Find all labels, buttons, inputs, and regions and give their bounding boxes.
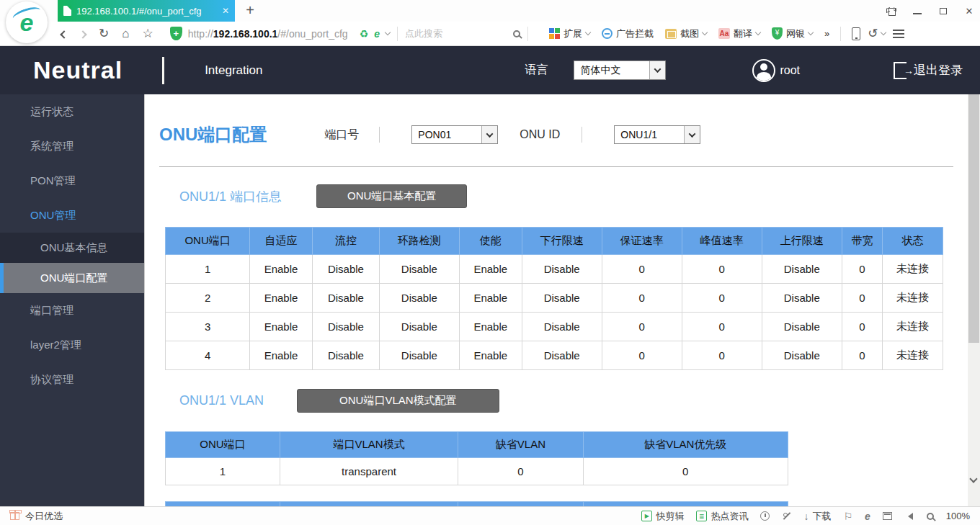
history-button[interactable] (760, 511, 770, 521)
extensions-grid-icon (549, 28, 560, 39)
forward-icon[interactable] (80, 27, 86, 40)
chevron-down-icon (755, 30, 761, 35)
site-header: Neutral Integration 语言 简体中文 root 退出登录 (0, 46, 980, 94)
table-cell: 0 (842, 255, 882, 284)
screenshot-button[interactable]: 截图 (665, 27, 707, 40)
window-layout-button[interactable] (883, 512, 892, 520)
divider (582, 127, 582, 143)
mute-button[interactable] (904, 513, 914, 520)
phone-icon (852, 27, 860, 40)
sidebar-item-onu-mgmt[interactable]: ONU管理 (0, 198, 144, 233)
close-button[interactable]: ✕ (964, 6, 974, 16)
pon-port-select[interactable]: PON01 (411, 125, 498, 144)
banking-button[interactable]: ¥ 网银 (772, 27, 813, 40)
column-header: 状态 (883, 228, 943, 255)
back-icon[interactable] (61, 27, 67, 40)
table-cell: Enable (459, 255, 522, 284)
home-icon[interactable]: ⌂ (122, 27, 129, 41)
column-header: 下行限速 (522, 228, 602, 255)
flag-icon: ⚐ (843, 511, 852, 522)
favorites-star-icon[interactable]: ☆ (143, 26, 153, 41)
pin-icon (782, 511, 791, 521)
chevron-down-icon (881, 30, 886, 35)
table-cell: Enable (250, 284, 313, 313)
zoom-button[interactable] (927, 513, 934, 520)
tab-title: 192.168.100.1/#/onu_port_cfg (76, 6, 218, 17)
logo-e: e (20, 9, 34, 37)
sidebar-item-onu-basic-info[interactable]: ONU基本信息 (0, 233, 144, 263)
onu-port-basic-config-button[interactable]: ONU端口基本配置 (316, 184, 467, 208)
undo-icon: ↺ (868, 26, 878, 41)
e-icon: e (865, 511, 870, 522)
no-trace-mode-button[interactable] (782, 511, 791, 521)
url-display[interactable]: http://192.168.100.1/#/onu_port_cfg (188, 28, 348, 40)
table-cell: Disable (522, 284, 602, 313)
menu-button[interactable] (893, 30, 904, 38)
ie-mode-button[interactable]: e (865, 511, 870, 522)
sidebar-item-protocol-mgmt[interactable]: 协议管理 (0, 362, 144, 397)
column-header: 环路检测 (379, 228, 459, 255)
table-cell: Disable (762, 313, 842, 341)
user-avatar-icon[interactable] (752, 59, 775, 82)
window-icon (883, 512, 892, 520)
translate-icon: Aa (718, 28, 730, 39)
table-cell: 0 (682, 255, 762, 284)
language-select[interactable]: 简体中文 (574, 60, 666, 80)
table-cell: 0 (602, 313, 682, 341)
sidebar-item-port-mgmt[interactable]: 端口管理 (0, 293, 144, 328)
scrollbar-down-arrow-icon[interactable] (969, 475, 977, 483)
zoom-level[interactable]: 100% (946, 511, 970, 521)
scrollbar-thumb[interactable] (968, 94, 979, 343)
table-cell: Enable (459, 313, 522, 341)
logout-door-icon (894, 62, 906, 79)
speed-mode-icon[interactable]: e (374, 28, 380, 40)
table-cell: Disable (379, 284, 459, 313)
sidebar-item-running-status[interactable]: 运行状态 (0, 94, 144, 129)
table-cell: 未连接 (883, 284, 943, 313)
quick-clip-button[interactable]: ▶ 快剪辑 (641, 510, 684, 523)
theme-shirt-icon[interactable] (886, 6, 896, 16)
table-cell: transparent (280, 458, 458, 485)
daily-picks-button[interactable]: 今日优选 (25, 510, 63, 523)
mobile-view-button[interactable] (852, 27, 860, 40)
refresh-icon[interactable]: ↻ (99, 26, 109, 41)
table-cell: 未连接 (883, 313, 943, 341)
table-cell: 0 (682, 284, 762, 313)
search-icon[interactable] (513, 30, 520, 37)
vertical-scrollbar[interactable] (968, 94, 980, 506)
adblock-button[interactable]: 广告拦截 (602, 27, 654, 40)
url-scheme: http:// (188, 28, 213, 40)
new-tab-button[interactable]: + (241, 1, 259, 20)
extensions-button[interactable]: 扩展 (549, 27, 590, 40)
url-dropdown-icon[interactable] (385, 30, 391, 35)
more-tools-button[interactable]: » (824, 28, 829, 39)
browser-tab[interactable]: 192.168.100.1/#/onu_port_cfg ✕ (58, 0, 235, 22)
brand-logo: Neutral (33, 56, 122, 84)
no-trace-icon[interactable]: ♻ (360, 28, 369, 40)
minimize-button[interactable] (912, 6, 922, 16)
column-header: ONU端口 (166, 228, 250, 255)
search-input[interactable]: 点此搜索 (405, 27, 513, 40)
hot-news-button[interactable]: ≣ 热点资讯 (696, 510, 748, 523)
tab-close-icon[interactable]: ✕ (222, 6, 229, 16)
restore-button[interactable] (938, 6, 948, 16)
security-shield-icon[interactable]: + (170, 27, 182, 40)
sidebar-item-layer2-mgmt[interactable]: layer2管理 (0, 328, 144, 362)
table-cell: 3 (166, 313, 250, 341)
feedback-button[interactable]: ⚐ (843, 511, 852, 522)
logout-button[interactable]: 退出登录 (894, 62, 963, 79)
sidebar-item-system-mgmt[interactable]: 系统管理 (0, 129, 144, 163)
divider (379, 127, 380, 143)
sidebar-item-pon-mgmt[interactable]: PON管理 (0, 163, 144, 198)
browser-logo-icon[interactable]: e (6, 1, 48, 43)
hamburger-icon (893, 30, 904, 38)
onu-id-select[interactable]: ONU1/1 (614, 125, 700, 144)
sidebar-item-onu-port-config[interactable]: ONU端口配置 (0, 263, 144, 293)
username: root (780, 64, 800, 77)
download-button[interactable]: ↓ 下载 (803, 510, 831, 523)
undo-closed-tab-button[interactable]: ↺ (868, 26, 886, 41)
translate-button[interactable]: Aa 翻译 (718, 27, 760, 40)
chevron-down-icon (808, 30, 814, 35)
page-title: ONU端口配置 (159, 123, 267, 146)
onu-port-vlan-mode-config-button[interactable]: ONU端口VLAN模式配置 (297, 389, 499, 413)
